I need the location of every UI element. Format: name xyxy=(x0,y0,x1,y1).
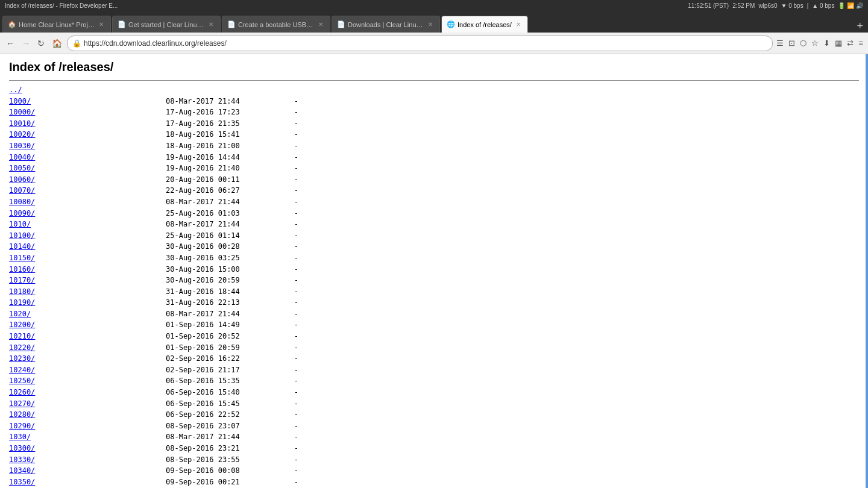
entry-date: 31-Aug-2016 22:13 xyxy=(166,297,262,308)
pocket-icon[interactable]: ⬡ xyxy=(799,37,808,49)
list-item: 10070/22-Aug-2016 06:27- xyxy=(9,185,859,196)
list-item: 10330/08-Sep-2016 23:55- xyxy=(9,454,859,466)
list-item: 10270/06-Sep-2016 15:45- xyxy=(9,398,859,410)
download-icon[interactable]: ⬇ xyxy=(822,37,831,49)
home-button[interactable]: 🏠 xyxy=(49,37,64,49)
refresh-button[interactable]: ↻ xyxy=(35,37,47,49)
entry-date: 09-Sep-2016 00:21 xyxy=(166,477,262,488)
entry-date: 02-Sep-2016 21:17 xyxy=(166,364,262,376)
new-tab-button[interactable]: + xyxy=(854,20,866,33)
dir-link[interactable]: 1010/ xyxy=(9,219,69,230)
dir-link[interactable]: 10080/ xyxy=(9,196,69,208)
dir-link[interactable]: 10150/ xyxy=(9,252,69,264)
list-item: 10040/19-Aug-2016 14:44- xyxy=(9,152,859,163)
dir-link[interactable]: 10050/ xyxy=(9,163,69,174)
time-main: 2:52 PM xyxy=(732,2,755,9)
dir-link[interactable]: 10180/ xyxy=(9,286,69,298)
tab-close-button[interactable]: ✕ xyxy=(514,20,523,29)
address-bar[interactable]: 🔒 xyxy=(67,36,773,51)
dir-link[interactable]: 10290/ xyxy=(9,421,69,432)
dir-link[interactable]: 10030/ xyxy=(9,140,69,152)
list-item: 10250/06-Sep-2016 15:35- xyxy=(9,375,859,387)
dir-link[interactable]: 10230/ xyxy=(9,353,69,364)
dir-link[interactable]: 10070/ xyxy=(9,185,69,196)
dir-link[interactable]: 10060/ xyxy=(9,174,69,186)
tab-title: Index of /releases/ xyxy=(458,21,512,28)
url-input[interactable] xyxy=(84,39,767,48)
entry-size: - xyxy=(262,129,298,140)
tab-close-button[interactable]: ✕ xyxy=(316,20,325,29)
list-item: 10140/30-Aug-2016 00:28- xyxy=(9,241,859,252)
dir-link[interactable]: 10260/ xyxy=(9,387,69,398)
synced-tabs-icon[interactable]: ⇄ xyxy=(846,37,855,49)
tab-downloads[interactable]: 📄 Downloads | Clear Linux*... ✕ xyxy=(332,16,440,33)
dir-link[interactable]: 10350/ xyxy=(9,477,69,488)
dir-link[interactable]: 10210/ xyxy=(9,331,69,342)
entry-size: - xyxy=(262,364,298,376)
tab-close-button[interactable]: ✕ xyxy=(97,20,105,29)
list-item: 10160/30-Aug-2016 15:00- xyxy=(9,264,859,275)
entry-date: 20-Aug-2016 00:11 xyxy=(166,174,262,186)
dir-link[interactable]: 10270/ xyxy=(9,398,69,410)
dir-link[interactable]: 10250/ xyxy=(9,375,69,387)
dir-link[interactable]: 10020/ xyxy=(9,129,69,140)
scrollbar-indicator[interactable] xyxy=(866,54,868,488)
dir-link[interactable]: 10300/ xyxy=(9,443,69,454)
entry-size: - xyxy=(262,241,298,252)
dir-link[interactable]: 10280/ xyxy=(9,409,69,421)
entry-date: 25-Aug-2016 01:14 xyxy=(166,230,262,242)
list-item: 10260/06-Sep-2016 15:40- xyxy=(9,387,859,398)
entry-size: - xyxy=(262,409,298,421)
dir-link[interactable]: 10340/ xyxy=(9,465,69,477)
entry-date: 08-Mar-2017 21:44 xyxy=(166,96,262,107)
back-button[interactable]: ← xyxy=(4,37,17,49)
entry-size: - xyxy=(262,264,298,275)
dir-link[interactable]: 10140/ xyxy=(9,241,69,252)
dir-link[interactable]: 10200/ xyxy=(9,319,69,331)
nav-bar: ← → ↻ 🏠 🔒 ☰ ⊡ ⬡ ☆ ⬇ ▦ ⇄ ≡ xyxy=(0,33,868,54)
dir-link[interactable]: 1000/ xyxy=(9,96,69,107)
network-up: ▲ 0 bps xyxy=(812,2,834,9)
dir-link[interactable]: 10190/ xyxy=(9,297,69,308)
tab-close-button[interactable]: ✕ xyxy=(207,20,215,29)
entry-date: 08-Sep-2016 23:07 xyxy=(166,421,262,432)
dir-link[interactable]: 1030/ xyxy=(9,431,69,443)
bookmark-panel-icon[interactable]: ☰ xyxy=(775,37,785,49)
list-item: 10170/30-Aug-2016 20:59- xyxy=(9,275,859,286)
tab-favicon: 🌐 xyxy=(447,20,455,29)
forward-button[interactable]: → xyxy=(19,37,33,49)
nav-right-icons: ☰ ⊡ ⬡ ☆ ⬇ ▦ ⇄ ≡ xyxy=(775,37,864,49)
entry-date: 18-Aug-2016 21:00 xyxy=(166,140,262,152)
reader-mode-icon[interactable]: ⊡ xyxy=(787,37,796,49)
list-item: 10240/02-Sep-2016 21:17- xyxy=(9,364,859,376)
list-item: ../ xyxy=(9,84,859,96)
dir-link[interactable]: 10000/ xyxy=(9,107,69,118)
dir-link[interactable]: 10100/ xyxy=(9,230,69,242)
star-icon[interactable]: ☆ xyxy=(810,37,820,49)
entry-size: - xyxy=(262,431,298,443)
list-item: 10180/31-Aug-2016 18:44- xyxy=(9,286,859,298)
tab-releases[interactable]: 🌐 Index of /releases/ ✕ xyxy=(441,16,528,33)
tab-create-bootable[interactable]: 📄 Create a bootable USB dri... ✕ xyxy=(222,16,330,33)
list-item: 10200/01-Sep-2016 14:49- xyxy=(9,319,859,331)
dir-link[interactable]: 10040/ xyxy=(9,152,69,163)
dir-link[interactable]: 10240/ xyxy=(9,364,69,376)
tab-get-started[interactable]: 📄 Get started | Clear Linux*... ✕ xyxy=(112,16,221,33)
dir-link[interactable]: ../ xyxy=(9,84,69,96)
time-pst: 11:52:51 (PST) xyxy=(688,2,729,9)
tab-home[interactable]: 🏠 Home Clear Linux* Projec... ✕ xyxy=(2,16,111,33)
dir-link[interactable]: 10170/ xyxy=(9,275,69,286)
network-sep: | xyxy=(807,2,809,9)
dir-link[interactable]: 10330/ xyxy=(9,454,69,466)
sidebar-icon[interactable]: ▦ xyxy=(834,37,843,49)
entry-size: - xyxy=(262,185,298,196)
dir-link[interactable]: 10220/ xyxy=(9,342,69,354)
dir-link[interactable]: 10090/ xyxy=(9,208,69,219)
entry-size: - xyxy=(262,230,298,242)
tab-close-button[interactable]: ✕ xyxy=(426,20,435,29)
dir-link[interactable]: 10160/ xyxy=(9,264,69,275)
dir-link[interactable]: 10010/ xyxy=(9,118,69,130)
dir-link[interactable]: 1020/ xyxy=(9,308,69,320)
menu-icon[interactable]: ≡ xyxy=(857,37,864,49)
entry-date: 18-Aug-2016 15:41 xyxy=(166,129,262,140)
